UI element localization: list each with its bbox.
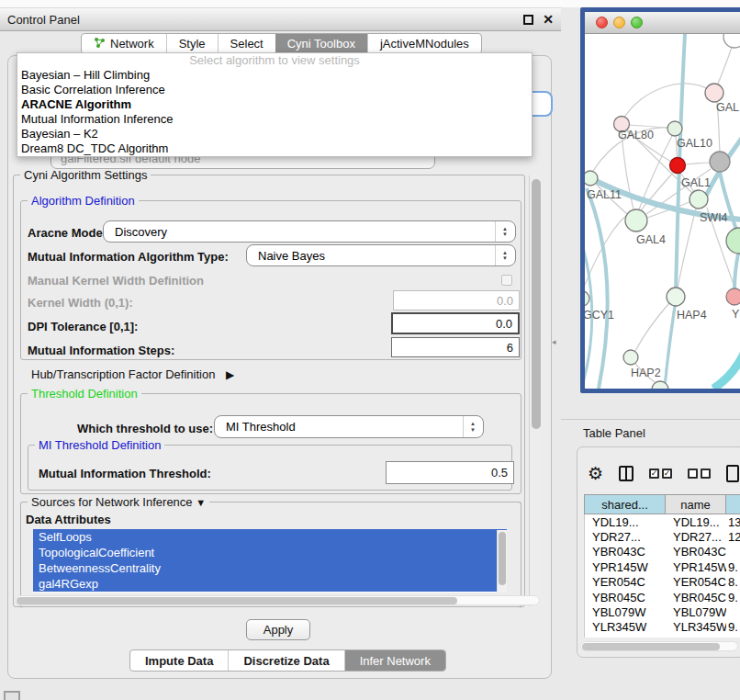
tab-discretize-data[interactable]: Discretize Data xyxy=(228,650,343,671)
column-header[interactable] xyxy=(726,495,740,514)
table-hscrollbar-thumb[interactable] xyxy=(582,643,720,650)
splitter-collapse-icon[interactable]: ◂ xyxy=(552,337,556,346)
settings-scrollbar-thumb[interactable] xyxy=(532,179,541,429)
table-cell: YBR043C xyxy=(585,545,666,559)
node-label: GAL11 xyxy=(587,188,622,201)
table-row[interactable]: YER054CYER054C8. xyxy=(585,575,740,590)
mi-algorithm-type-combo[interactable]: Naive Bayes ▲▼ xyxy=(246,244,516,266)
table-row[interactable]: YBL079WYBL079W xyxy=(585,604,740,619)
network-edge xyxy=(635,303,669,351)
tab-select[interactable]: Select xyxy=(218,34,275,53)
which-threshold-combo[interactable]: MI Threshold ▲▼ xyxy=(214,415,484,438)
node-label: GAL1 xyxy=(681,176,711,189)
gear-icon[interactable]: ⚙ xyxy=(588,465,603,482)
data-attribute-item[interactable]: gal4RGexp xyxy=(33,576,507,592)
node-gal10[interactable] xyxy=(667,121,682,136)
tab-impute-data[interactable]: Impute Data xyxy=(130,650,228,671)
table-cell: 9. xyxy=(726,636,740,638)
table-cell: YDL19... xyxy=(666,515,726,529)
node-label: HAP4 xyxy=(677,309,707,322)
aracne-mode-combo[interactable]: Discovery ▲▼ xyxy=(103,220,516,243)
node-gray[interactable] xyxy=(710,152,730,172)
algorithm-popup-item[interactable]: Dream8 DC_TDC Algorithm xyxy=(17,141,532,156)
table-row[interactable]: YDL19...YDL19...13 xyxy=(585,514,740,529)
grip-handle[interactable] xyxy=(4,691,20,700)
close-window-button[interactable] xyxy=(596,17,608,28)
network-window: GALGAL80GAL10GAL11GAL1SWI4GAL4GCY1HAP4YH… xyxy=(580,7,740,393)
network-window-titlebar[interactable] xyxy=(585,12,740,34)
node-gal11[interactable] xyxy=(585,171,598,186)
node-pink-right[interactable] xyxy=(726,288,740,305)
tab-label: Network xyxy=(110,37,154,51)
tab-cyni-toolbox[interactable]: Cyni Toolbox xyxy=(275,34,367,53)
table-hscrollbar[interactable] xyxy=(580,641,738,651)
table-row[interactable]: YDR27...YDR27...12 xyxy=(585,529,740,544)
table-row[interactable]: YIL052CYIL052C9. xyxy=(585,635,740,638)
column-header-name[interactable]: name xyxy=(666,495,726,514)
node-gal4[interactable] xyxy=(625,209,647,231)
node-hap4[interactable] xyxy=(667,288,685,306)
network-canvas[interactable]: GALGAL80GAL10GAL11GAL1SWI4GAL4GCY1HAP4YH… xyxy=(585,34,740,389)
mi-threshold-field[interactable]: 0.5 xyxy=(386,461,514,484)
tab-infer-network[interactable]: Infer Network xyxy=(344,650,445,671)
settings-hscrollbar[interactable] xyxy=(15,595,540,605)
zoom-window-button[interactable] xyxy=(631,17,643,28)
algorithm-popup-item[interactable]: Basic Correlation Inference xyxy=(17,83,532,97)
aracne-mode-value: Discovery xyxy=(115,225,167,239)
columns-icon[interactable] xyxy=(619,466,633,481)
data-attribute-item[interactable]: SelfLoops xyxy=(33,529,507,545)
node-gal1-red[interactable] xyxy=(670,158,686,174)
algorithm-popup-item[interactable]: Bayesian – Hill Climbing xyxy=(17,68,532,83)
data-attributes-scrollbar[interactable] xyxy=(497,530,507,593)
hub-section-header[interactable]: Hub/Transcription Factor Definition ▶ xyxy=(31,367,234,381)
table-row[interactable]: YBR043CYBR043C xyxy=(585,545,740,559)
network-edge xyxy=(734,254,738,288)
unchecked-boxes-icon[interactable] xyxy=(688,469,711,479)
sources-group-label[interactable]: Sources for Network Inference ▼ xyxy=(28,496,209,509)
node-top-partial[interactable] xyxy=(723,34,740,48)
dpi-tolerance-field[interactable]: 0.0 xyxy=(391,312,520,334)
tab-jactivemnodules[interactable]: jActiveMNodules xyxy=(367,34,481,53)
expanded-arrow-icon[interactable]: ▼ xyxy=(196,497,206,508)
mi-steps-field[interactable]: 6 xyxy=(391,337,520,357)
node-big-green[interactable] xyxy=(726,228,740,254)
tab-network[interactable]: Network xyxy=(82,34,166,53)
which-threshold-value: MI Threshold xyxy=(226,420,296,434)
network-edge xyxy=(678,209,696,288)
algorithm-popup-item[interactable]: ARACNE Algorithm xyxy=(17,97,532,112)
data-attribute-item[interactable]: TopologicalCoefficient xyxy=(33,545,507,560)
minimize-window-button[interactable] xyxy=(613,17,625,28)
algorithm-popup-list: Bayesian – Hill ClimbingBasic Correlatio… xyxy=(17,68,532,156)
column-header-shared[interactable]: shared... xyxy=(585,495,666,514)
apply-button[interactable]: Apply xyxy=(246,619,310,640)
data-attribute-item[interactable]: BetweennessCentrality xyxy=(33,560,507,576)
table-cell: YBL079W xyxy=(666,605,726,619)
table-row[interactable]: YBR045CYBR045C9. xyxy=(585,590,740,604)
algorithm-popup-item[interactable]: Bayesian – K2 xyxy=(17,127,532,141)
settings-hscrollbar-thumb[interactable] xyxy=(17,597,457,604)
manual-kernel-checkbox[interactable] xyxy=(501,275,512,286)
collapsed-arrow-icon[interactable]: ▶ xyxy=(226,368,234,381)
algorithm-popup-item[interactable]: Mutual Information Inference xyxy=(17,112,532,127)
table-row[interactable]: YPR145WYPR145W9. xyxy=(585,559,740,574)
algorithm-definition-label: Algorithm Definition xyxy=(28,195,139,207)
tab-style[interactable]: Style xyxy=(166,34,218,53)
node-gcy1[interactable] xyxy=(585,291,589,306)
document-icon[interactable] xyxy=(726,465,739,482)
hub-section-label: Hub/Transcription Factor Definition xyxy=(31,367,215,381)
settings-scrollbar[interactable] xyxy=(529,175,542,606)
table-panel-divider xyxy=(561,419,740,420)
data-attributes-scrollbar-thumb[interactable] xyxy=(499,532,506,585)
float-panel-icon[interactable] xyxy=(523,15,533,25)
checked-boxes-icon[interactable]: ✓✓ xyxy=(649,469,672,479)
node-pink-top[interactable] xyxy=(705,84,723,102)
close-panel-icon[interactable]: ✕ xyxy=(543,13,554,26)
table-cell: YIL052C xyxy=(666,636,726,638)
node-hap2[interactable] xyxy=(623,350,638,365)
table-cell: YBR043C xyxy=(666,545,726,559)
table-cell: 9. xyxy=(726,560,740,574)
node-label: GAL4 xyxy=(636,233,666,246)
node-label: GCY1 xyxy=(585,309,614,322)
table-row[interactable]: YLR345WYLR345W9. xyxy=(585,620,740,635)
node-gal1-green[interactable] xyxy=(690,190,708,209)
